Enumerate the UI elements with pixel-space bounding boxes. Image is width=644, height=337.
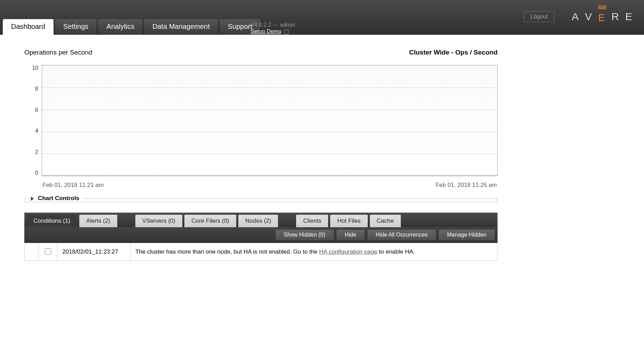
ops-chart: 10 8 6 4 2 0 <box>24 65 498 176</box>
subtab-nodes[interactable]: Nodes (2) <box>238 215 278 227</box>
checkbox-cell <box>39 243 57 261</box>
chart-title: Operations per Second <box>24 49 92 56</box>
header-info: V4.8.2.2 --- admin Setup Demo <box>251 22 295 35</box>
tab-settings[interactable]: Settings <box>55 19 97 35</box>
cluster-name-link[interactable]: Setup Demo <box>251 28 281 34</box>
ha-config-link[interactable]: HA configuration page <box>319 248 377 255</box>
table-row: 2018/02/01_11:23:27 The cluster has more… <box>25 243 498 261</box>
x-tick-start: Feb 01, 2018 11:21 am <box>42 182 104 189</box>
chart-subtitle: Cluster Wide - Ops / Second <box>409 49 498 56</box>
logo-letter: V <box>585 11 593 23</box>
y-tick: 4 <box>35 128 38 134</box>
subtab-vservers[interactable]: VServers (0) <box>135 215 182 227</box>
message-cell: The cluster has more than one node, but … <box>130 243 498 261</box>
tab-dashboard[interactable]: Dashboard <box>3 19 54 35</box>
chart-controls-panel[interactable]: Chart Controls <box>24 195 498 202</box>
y-tick: 10 <box>32 65 38 71</box>
main-nav: Dashboard Settings Analytics Data Manage… <box>0 19 262 35</box>
msg-suffix: to enable HA. <box>377 248 415 255</box>
y-tick: 6 <box>35 107 38 113</box>
brand-logo: A V E R E <box>572 10 634 24</box>
x-tick-end: Feb 01, 2018 11:25 am <box>436 182 497 189</box>
y-tick: 8 <box>35 86 38 92</box>
logo-letter-accent: E <box>598 10 606 24</box>
conditions-table: 2018/02/01_11:23:27 The cluster has more… <box>24 243 498 261</box>
expand-icon <box>31 197 34 201</box>
subtab-conditions[interactable]: Conditions (1) <box>26 215 77 227</box>
tab-analytics[interactable]: Analytics <box>98 19 143 35</box>
expand-cell[interactable] <box>25 243 39 261</box>
chart-controls-label: Chart Controls <box>38 195 79 202</box>
hide-all-button[interactable]: Hide All Occurrences <box>367 229 436 240</box>
tab-data-management[interactable]: Data Management <box>144 19 218 35</box>
chart-x-axis: Feb 01, 2018 11:21 am Feb 01, 2018 11:25… <box>42 179 498 189</box>
msg-prefix: The cluster has more than one node, but … <box>135 248 319 255</box>
chart-y-axis: 10 8 6 4 2 0 <box>24 65 42 176</box>
version-text: V4.8.2.2 --- admin <box>251 22 295 28</box>
condition-actions: Show Hidden (0) Hide Hide All Occurrence… <box>24 227 498 243</box>
timestamp-cell: 2018/02/01_11:23:27 <box>57 243 130 261</box>
logo-letter: A <box>572 11 580 23</box>
document-icon[interactable] <box>284 30 288 34</box>
logout-button[interactable]: Logout <box>524 11 554 22</box>
show-hidden-button[interactable]: Show Hidden (0) <box>275 229 334 240</box>
status-tabs: Conditions (1) Alerts (2) VServers (0) C… <box>24 213 498 227</box>
manage-hidden-button[interactable]: Manage Hidden <box>438 229 495 240</box>
subtab-hot-files[interactable]: Hot Files <box>330 215 367 227</box>
y-tick: 2 <box>35 149 38 155</box>
subtab-alerts[interactable]: Alerts (2) <box>79 215 117 227</box>
y-tick: 0 <box>35 170 38 176</box>
subtab-core-filers[interactable]: Core Filers (0) <box>184 215 236 227</box>
subtab-clients[interactable]: Clients <box>296 215 328 227</box>
chart-plot-area[interactable] <box>42 65 498 176</box>
logo-letter: R <box>611 11 620 23</box>
subtab-cache[interactable]: Cache <box>370 215 401 227</box>
logo-letter: E <box>625 11 634 23</box>
hide-button[interactable]: Hide <box>336 229 365 240</box>
row-checkbox[interactable] <box>45 248 51 255</box>
